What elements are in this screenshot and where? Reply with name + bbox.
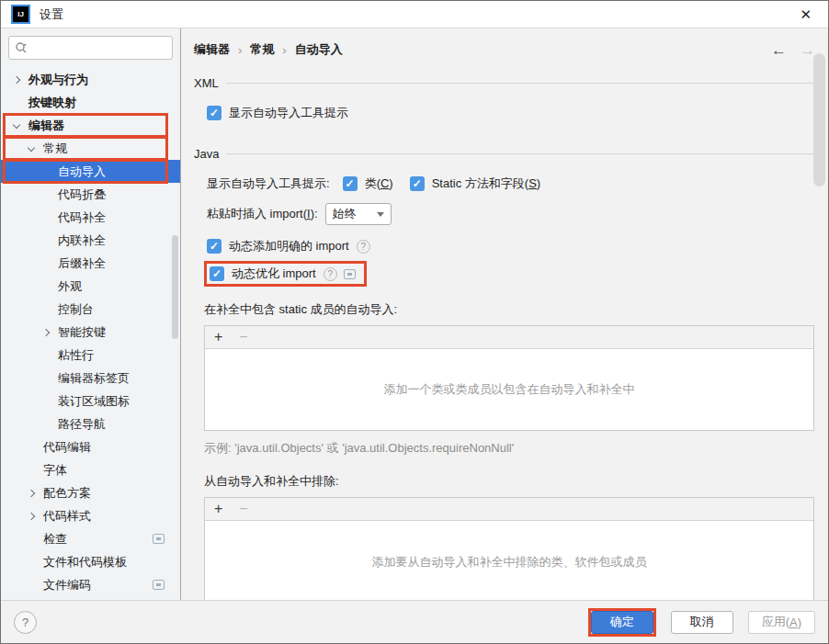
tooltip-row-label: 显示自动导入工具提示: bbox=[207, 175, 330, 192]
insert-imports-on-paste-select[interactable]: 始终 bbox=[325, 203, 392, 225]
search-input[interactable] bbox=[8, 36, 173, 60]
add-icon[interactable]: + bbox=[214, 501, 222, 517]
classes-checkbox-label: 类(C) bbox=[365, 175, 393, 192]
chevron-right-icon[interactable] bbox=[42, 328, 50, 335]
add-icon[interactable]: + bbox=[214, 329, 222, 345]
tree-row[interactable]: 智能按键 bbox=[1, 321, 180, 344]
chevron-down-icon[interactable] bbox=[28, 143, 35, 151]
tree-row[interactable]: 自动导入 bbox=[1, 160, 180, 183]
breadcrumb-editor[interactable]: 编辑器 bbox=[194, 41, 230, 58]
include-static-label: 在补全中包含 static 成员的自动导入: bbox=[204, 301, 814, 318]
tree-row[interactable]: 配色方案 bbox=[1, 481, 180, 504]
exclude-label: 从自动导入和补全中排除: bbox=[204, 473, 814, 490]
tree-indent bbox=[12, 77, 28, 83]
settings-dialog: IJ 设置 ✕ 外观与行为按键映射编辑器常规自动导入代码折叠代码补全内联补全后缀… bbox=[0, 0, 829, 644]
back-arrow-icon[interactable]: ← bbox=[771, 42, 787, 58]
title-bar: IJ 设置 ✕ bbox=[1, 1, 828, 28]
list-empty-area[interactable]: 添加一个类或类成员以包含在自动导入和补全中 bbox=[205, 349, 813, 430]
apply-button: 应用(A) bbox=[748, 611, 815, 634]
chevron-down-icon bbox=[377, 212, 384, 217]
xml-section-title: XML bbox=[194, 76, 219, 90]
tree-row[interactable]: 外观与行为 bbox=[1, 68, 180, 91]
add-unambiguous-row: 动态添加明确的 import ? bbox=[207, 238, 814, 254]
close-icon[interactable]: ✕ bbox=[792, 5, 819, 25]
breadcrumb-auto-import: 自动导入 bbox=[295, 41, 343, 58]
exclude-list: + − 添加要从自动导入和补全中排除的类、软件包或成员 bbox=[204, 497, 814, 600]
tree-row[interactable]: 粘性行 bbox=[1, 344, 180, 367]
breadcrumb-general[interactable]: 常规 bbox=[250, 41, 274, 58]
breadcrumb-separator-icon: › bbox=[282, 43, 286, 57]
content-scrollbar[interactable] bbox=[813, 53, 825, 186]
annotation-box: 动态优化 import ? bbox=[204, 261, 367, 287]
tree-row[interactable]: 控制台 bbox=[1, 298, 180, 321]
ok-button[interactable]: 确定 bbox=[591, 611, 653, 634]
tree-row[interactable]: 检查 bbox=[1, 527, 180, 550]
section-divider bbox=[226, 153, 815, 154]
tree-row[interactable]: 文件编码 bbox=[1, 573, 180, 596]
tree-item-label: 按键映射 bbox=[28, 95, 76, 111]
show-auto-import-tooltip-checkbox[interactable] bbox=[207, 106, 221, 120]
tree-row[interactable]: 代码编辑 bbox=[1, 435, 180, 458]
tree-item-label: 控制台 bbox=[58, 301, 94, 318]
ide-setting-icon bbox=[153, 580, 165, 590]
settings-content: 编辑器 › 常规 › 自动导入 ← → XML 显示自动导入工具提示 bbox=[181, 28, 828, 600]
tree-row[interactable]: 后缀补全 bbox=[1, 252, 180, 275]
breadcrumb-separator-icon: › bbox=[238, 43, 242, 57]
tree-row[interactable]: 按键映射 bbox=[1, 91, 180, 114]
list-empty-area[interactable]: 添加要从自动导入和补全中排除的类、软件包或成员 bbox=[205, 521, 813, 600]
search-icon bbox=[15, 41, 29, 54]
tree-item-label: 内联补全 bbox=[58, 232, 106, 249]
tree-indent bbox=[12, 124, 28, 128]
include-static-list: + − 添加一个类或类成员以包含在自动导入和补全中 bbox=[204, 325, 814, 431]
forward-arrow-icon: → bbox=[800, 42, 815, 58]
paste-import-row: 粘贴时插入 import(I): 始终 bbox=[207, 203, 814, 225]
tree-row[interactable]: 代码补全 bbox=[1, 206, 180, 229]
tree-row[interactable]: 文件和代码模板 bbox=[1, 550, 180, 573]
cancel-button[interactable]: 取消 bbox=[671, 611, 733, 634]
tree-row[interactable]: 路径导航 bbox=[1, 412, 180, 435]
help-icon[interactable]: ? bbox=[357, 240, 370, 254]
paste-import-label: 粘贴时插入 import(I): bbox=[207, 206, 318, 222]
tree-row[interactable]: 编辑器 bbox=[1, 114, 180, 137]
chevron-right-icon[interactable] bbox=[28, 512, 35, 519]
tree-item-label: 文件和代码模板 bbox=[43, 554, 127, 571]
tree-row[interactable]: 代码折叠 bbox=[1, 183, 180, 206]
tree-item-label: 自动导入 bbox=[58, 164, 106, 180]
tree-item-label: 外观与行为 bbox=[28, 72, 88, 88]
breadcrumb: 编辑器 › 常规 › 自动导入 ← → bbox=[181, 28, 828, 58]
optimize-imports-checkbox[interactable] bbox=[210, 266, 224, 281]
sidebar-scrollbar[interactable] bbox=[172, 235, 178, 339]
chevron-down-icon[interactable] bbox=[13, 120, 20, 128]
settings-tree: 外观与行为按键映射编辑器常规自动导入代码折叠代码补全内联补全后缀补全外观控制台智… bbox=[1, 68, 180, 596]
static-methods-checkbox[interactable] bbox=[410, 176, 425, 191]
tree-row[interactable]: 常规 bbox=[1, 137, 180, 160]
tree-item-label: 编辑器标签页 bbox=[58, 370, 130, 387]
empty-placeholder: 添加一个类或类成员以包含在自动导入和补全中 bbox=[384, 381, 635, 398]
checkbox-label: 动态优化 import bbox=[232, 266, 316, 282]
tree-item-label: 代码折叠 bbox=[58, 186, 106, 203]
chevron-right-icon[interactable] bbox=[13, 75, 20, 83]
tree-indent bbox=[27, 491, 43, 496]
tree-row[interactable]: 编辑器标签页 bbox=[1, 367, 180, 390]
tree-row[interactable]: 内联补全 bbox=[1, 229, 180, 252]
list-toolbar: + − bbox=[205, 326, 813, 349]
tree-item-label: 字体 bbox=[43, 462, 67, 479]
tree-item-label: 代码样式 bbox=[43, 508, 91, 525]
select-value: 始终 bbox=[333, 206, 357, 222]
classes-checkbox[interactable] bbox=[343, 176, 358, 191]
tree-indent bbox=[27, 147, 43, 151]
add-unambiguous-imports-checkbox[interactable] bbox=[207, 239, 221, 254]
tree-item-label: 外观 bbox=[58, 278, 82, 295]
tree-row[interactable]: 代码样式 bbox=[1, 504, 180, 527]
help-icon[interactable]: ? bbox=[324, 267, 337, 281]
annotation-box: 确定 bbox=[588, 608, 656, 637]
tree-row[interactable]: 装订区域图标 bbox=[1, 390, 180, 412]
tree-item-label: 检查 bbox=[43, 531, 67, 548]
help-button[interactable]: ? bbox=[14, 611, 37, 634]
tree-item-label: 代码编辑 bbox=[43, 439, 91, 456]
tree-row[interactable]: 字体 bbox=[1, 458, 180, 481]
section-divider bbox=[226, 83, 815, 84]
tree-item-label: 代码补全 bbox=[58, 209, 106, 226]
chevron-right-icon[interactable] bbox=[28, 489, 35, 496]
tree-row[interactable]: 外观 bbox=[1, 275, 180, 298]
